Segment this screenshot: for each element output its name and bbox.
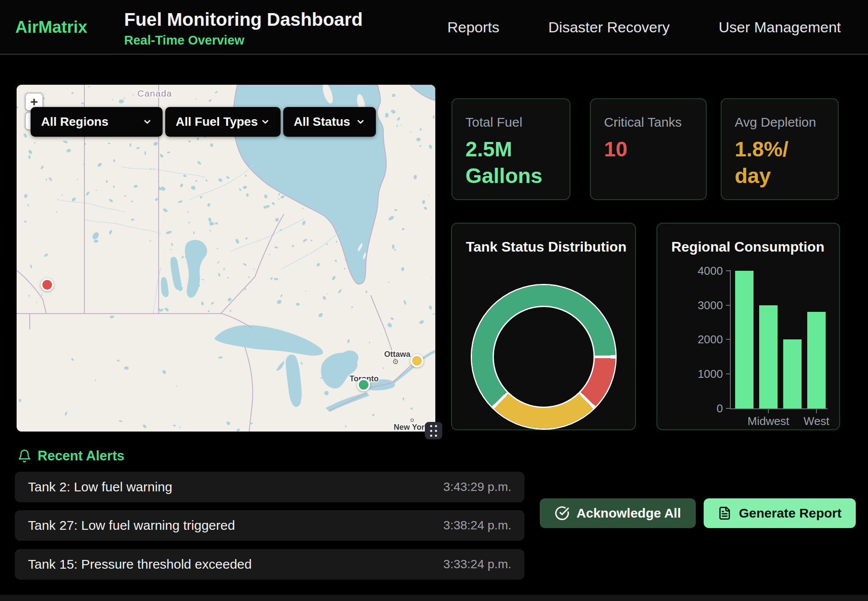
- alert-time: 3:38:24 p.m.: [443, 518, 511, 532]
- y-tick-label: 4000: [684, 264, 723, 278]
- generate-report-label: Generate Report: [739, 506, 841, 521]
- regional-consumption-chart-card: Regional Consumption 01000200030004000Mi…: [656, 223, 840, 430]
- bell-icon: [17, 449, 31, 463]
- chart-title: Tank Status Distribution: [466, 239, 626, 255]
- header: AirMatrix Fuel Monitoring Dashboard Real…: [0, 0, 868, 55]
- map[interactable]: Canada Ottawa Toronto New York + − All R…: [17, 85, 435, 432]
- alert-row[interactable]: Tank 2: Low fuel warning 3:43:29 p.m.: [15, 472, 524, 502]
- acknowledge-all-label: Acknowledge All: [576, 506, 681, 521]
- map-marker-critical[interactable]: [41, 278, 54, 291]
- stat-card-critical-tanks: Critical Tanks 10: [590, 98, 707, 200]
- chevron-down-icon: [142, 117, 152, 127]
- stat-value: 1.8%/day: [735, 136, 816, 189]
- chevron-down-icon: [356, 117, 365, 127]
- nav: Reports Disaster Recovery User Managemen…: [448, 0, 841, 55]
- bar-col-2: [783, 339, 802, 408]
- y-tick-label: 3000: [684, 299, 723, 312]
- file-text-icon: [718, 506, 732, 520]
- alert-row[interactable]: Tank 27: Low fuel warning triggered 3:38…: [15, 510, 524, 541]
- stat-label: Total Fuel: [465, 115, 556, 130]
- stat-value: 2.5M Gallons: [465, 136, 546, 189]
- status-filter-value: All Status: [294, 115, 350, 129]
- map-canvas: Canada Ottawa Toronto New York: [17, 85, 435, 432]
- page-title: Fuel Monitoring Dashboard: [124, 9, 363, 30]
- circle-check-icon: [555, 506, 569, 521]
- bar-col-0: [735, 271, 753, 408]
- alerts-heading: Recent Alerts: [17, 448, 125, 464]
- fuel-type-filter-value: All Fuel Types: [176, 115, 258, 129]
- nav-reports[interactable]: Reports: [448, 19, 500, 36]
- alert-message: Tank 27: Low fuel warning triggered: [28, 518, 235, 533]
- region-filter-dropdown[interactable]: All Regions: [31, 107, 163, 137]
- y-tick-label: 1000: [684, 367, 723, 381]
- fuel-type-filter-dropdown[interactable]: All Fuel Types: [165, 107, 281, 137]
- stat-label: Critical Tanks: [604, 115, 693, 130]
- status-filter-dropdown[interactable]: All Status: [283, 107, 376, 137]
- donut-hole: [493, 306, 595, 408]
- bar-chart-plot: [731, 271, 831, 408]
- alert-time: 3:33:24 p.m.: [443, 557, 511, 571]
- generate-report-button[interactable]: Generate Report: [704, 498, 856, 528]
- y-tick-label: 2000: [684, 333, 723, 346]
- alert-message: Tank 15: Pressure threshold exceeded: [28, 557, 252, 572]
- y-tick-label: 0: [684, 402, 723, 415]
- footer-strip: [0, 595, 868, 601]
- page-subtitle: Real-Time Overview: [124, 33, 363, 48]
- x-tick-label: Midwest: [742, 414, 795, 428]
- alert-time: 3:43:29 p.m.: [443, 480, 511, 494]
- chevron-down-icon: [260, 117, 270, 127]
- alert-message: Tank 2: Low fuel warning: [28, 480, 172, 494]
- bar-chart-x-axis: [730, 408, 828, 409]
- title-block: Fuel Monitoring Dashboard Real-Time Over…: [124, 9, 363, 48]
- tank-status-chart-card: Tank Status Distribution: [451, 223, 636, 430]
- svg-text:New York: New York: [394, 423, 429, 432]
- nav-disaster-recovery[interactable]: Disaster Recovery: [549, 19, 670, 36]
- donut-chart: [472, 285, 615, 428]
- logo: AirMatrix: [15, 0, 87, 55]
- map-marker-normal[interactable]: [357, 378, 370, 391]
- stat-card-avg-depletion: Avg Depletion 1.8%/day: [721, 98, 839, 200]
- stat-label: Avg Depletion: [735, 115, 825, 130]
- map-marker-warning[interactable]: [410, 354, 424, 367]
- svg-text:Ottawa: Ottawa: [384, 350, 411, 359]
- acknowledge-all-button[interactable]: Acknowledge All: [540, 498, 696, 528]
- stat-card-total-fuel: Total Fuel 2.5M Gallons: [451, 98, 570, 200]
- x-tick-label: West: [790, 414, 843, 428]
- nav-user-management[interactable]: User Management: [719, 19, 841, 36]
- chart-title: Regional Consumption: [671, 239, 824, 255]
- region-filter-value: All Regions: [41, 115, 108, 129]
- drag-handle[interactable]: [425, 422, 442, 439]
- alerts-heading-label: Recent Alerts: [38, 448, 125, 464]
- svg-text:Canada: Canada: [137, 88, 172, 98]
- bar-West: [807, 312, 826, 408]
- stat-value: 10: [604, 136, 685, 162]
- alert-row[interactable]: Tank 15: Pressure threshold exceeded 3:3…: [15, 549, 524, 580]
- bar-Midwest: [759, 305, 778, 408]
